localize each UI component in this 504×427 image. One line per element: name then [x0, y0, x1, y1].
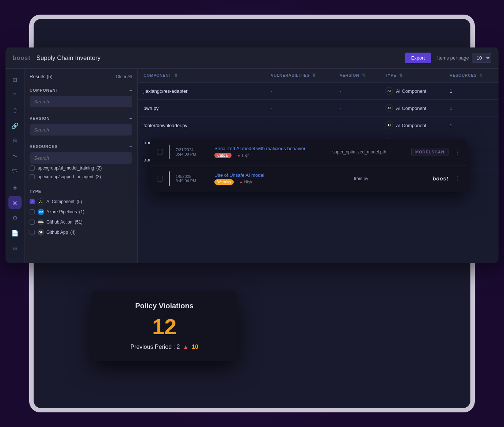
version-search-input[interactable]: [30, 124, 132, 136]
table-row[interactable]: pwn.py - - AI AI Component 1: [138, 100, 499, 117]
incident-badges-1: Critical 🔺 High: [214, 153, 327, 158]
sort-icon-type: ⇅: [399, 73, 403, 78]
table-row[interactable]: jiaxiangc/res-adapter - - AI AI Componen…: [138, 83, 499, 100]
type-item-github-app[interactable]: GH Github App (4): [30, 227, 132, 237]
component-filter-header[interactable]: COMPONENT −: [30, 84, 132, 96]
incident-source-1: MODELSCAN: [411, 149, 448, 155]
sidebar-item-link[interactable]: 🔗: [8, 119, 22, 132]
incident-menu-1[interactable]: ⋮: [454, 149, 460, 156]
resources-search-input[interactable]: [30, 152, 132, 164]
component-collapse-button[interactable]: −: [129, 87, 132, 93]
export-button[interactable]: Export: [405, 53, 432, 63]
cell-vulnerabilities-0: -: [265, 83, 334, 100]
sidebar-item-layers[interactable]: ≡: [8, 88, 22, 102]
resource-label-2: apexgroup/support_ai_agent (3): [38, 174, 101, 179]
sidebar-item-copy[interactable]: ⎘: [8, 134, 22, 148]
sidebar-item-cube[interactable]: ◈: [8, 180, 22, 194]
incident-indicator-2: [169, 171, 170, 186]
policy-violations-panel: Policy Violations 12 Previous Period : 2…: [91, 291, 237, 361]
sidebar-item-file[interactable]: 📄: [8, 226, 22, 240]
incident-title-2[interactable]: Use of Unsafe AI model: [214, 172, 348, 178]
app-header: boost Supply Chain Inventory Export Item…: [5, 47, 499, 69]
cell-resources-0: 1: [444, 83, 499, 100]
sidebar-item-chart[interactable]: 〜: [8, 150, 22, 163]
incident-badges-2: Warning 🔺 High: [214, 179, 348, 185]
sidebar-item-grid[interactable]: ⊞: [8, 73, 22, 86]
resource-checkbox-2[interactable]: [30, 174, 35, 179]
previous-count: 2: [176, 344, 180, 350]
resource-item-2[interactable]: apexgroup/support_ai_agent (3): [30, 172, 132, 181]
version-collapse-button[interactable]: −: [129, 115, 132, 121]
incident-checkbox-2[interactable]: [157, 176, 163, 182]
incident-content-1: Serialized AI model with malicious behav…: [214, 146, 327, 158]
violation-title: Policy Violations: [106, 302, 223, 310]
incident-source-2: boost: [433, 176, 448, 182]
cell-type-2: AI AI Component: [379, 117, 444, 134]
sidebar-item-nodes[interactable]: ⬡: [8, 104, 22, 117]
incident-menu-2[interactable]: ⋮: [454, 175, 460, 182]
cell-type-0: AI AI Component: [379, 83, 444, 100]
filter-sidebar: Results (5) Clear All COMPONENT − VERSIO…: [24, 69, 138, 263]
items-per-page-select[interactable]: 10 25 50: [472, 53, 491, 63]
type-item-azure[interactable]: Az Azure Pipelines (1): [30, 207, 132, 217]
type-checkbox-ai[interactable]: [30, 199, 35, 204]
table-row[interactable]: tooler/downloader.py - - AI AI Component…: [138, 117, 499, 134]
type-checkbox-github-app[interactable]: [30, 230, 35, 235]
cell-component-0: jiaxiangc/res-adapter: [138, 83, 265, 100]
type-checkbox-azure[interactable]: [30, 209, 35, 214]
previous-period-label: Previous Period :: [130, 344, 176, 350]
col-type[interactable]: TYPE ⇅: [379, 69, 444, 83]
version-filter-title: VERSION: [30, 116, 50, 121]
cell-vulnerabilities-2: -: [265, 117, 334, 134]
col-version[interactable]: VERSION ⇅: [334, 69, 379, 83]
incident-file-2: train.py: [354, 176, 427, 181]
sort-icon-vulnerabilities: ⇅: [312, 73, 316, 78]
impact-badge-high-1: 🔺 High: [234, 153, 252, 158]
type-item-github-action[interactable]: GHA Github Action (51): [30, 217, 132, 227]
incident-title-1[interactable]: Serialized AI model with malicious behav…: [214, 146, 327, 151]
resource-item-1[interactable]: apexgroup/ai_model_training (2): [30, 164, 132, 172]
violation-previous: Previous Period : 2 ▲ 10: [106, 344, 223, 350]
type-checkbox-github-action[interactable]: [30, 220, 35, 225]
incident-content-2: Use of Unsafe AI model Warning 🔺 High: [214, 172, 348, 185]
cell-vulnerabilities-1: -: [265, 100, 334, 117]
resources-filter-header[interactable]: RESOURCES −: [30, 141, 132, 152]
resources-collapse-button[interactable]: −: [129, 144, 132, 149]
resources-filter-title: RESOURCES: [30, 144, 58, 149]
impact-badge-high-2: 🔺 High: [236, 179, 255, 185]
col-component[interactable]: COMPONENT ⇅: [138, 69, 265, 83]
filter-header: Results (5) Clear All: [30, 74, 132, 79]
type-filter-header: TYPE: [30, 186, 132, 197]
resource-checkbox-1[interactable]: [30, 165, 35, 171]
incident-indicator-1: [169, 145, 170, 159]
page-title: Supply Chain Inventory: [37, 54, 399, 62]
type-item-ai[interactable]: AI AI Component (5): [30, 197, 132, 207]
sidebar-item-supply-chain[interactable]: ◉: [8, 196, 22, 209]
boost-logo: boost: [433, 176, 448, 182]
incidents-panel: 7/31/2024 3:44:09 PM Serialized AI model…: [150, 139, 467, 192]
azure-type-icon: Az: [38, 209, 44, 215]
type-label-github-action: GHA Github Action (51): [38, 219, 83, 225]
component-search-input[interactable]: [30, 96, 132, 107]
component-filter-title: COMPONENT: [30, 88, 58, 92]
sidebar-item-shield[interactable]: 🛡: [8, 165, 22, 178]
ai-badge-2: AI: [385, 121, 393, 129]
sidebar-item-settings[interactable]: ⚙: [8, 242, 22, 255]
incident-checkbox-1[interactable]: [157, 149, 163, 155]
items-per-page-label: Items per page: [437, 55, 469, 61]
severity-badge-critical-1: Critical: [214, 153, 232, 158]
severity-badge-warning-2: Warning: [214, 179, 234, 185]
previous-arrow-icon: ▲: [183, 344, 189, 350]
clear-all-button[interactable]: Clear All: [116, 74, 132, 79]
col-vulnerabilities[interactable]: VULNERABILITIES ⇅: [265, 69, 334, 83]
type-label-github-app: GH Github App (4): [38, 229, 76, 236]
ai-type-icon: AI: [38, 198, 44, 205]
cell-type-1: AI AI Component: [379, 100, 444, 117]
app-logo: boost: [13, 55, 31, 61]
sidebar-item-database[interactable]: ⚙: [8, 211, 22, 224]
col-resources[interactable]: RESOURCES ⇅: [444, 69, 499, 83]
sidebar-icons: ⊞ ≡ ⬡ 🔗 ⎘ 〜 🛡 ◈ ◉ ⚙ 📄 ⚙: [5, 69, 24, 263]
modelscan-logo: MODELSCAN: [411, 148, 448, 156]
gh-type-icon: GH: [38, 229, 44, 236]
version-filter-header[interactable]: VERSION −: [30, 113, 132, 124]
